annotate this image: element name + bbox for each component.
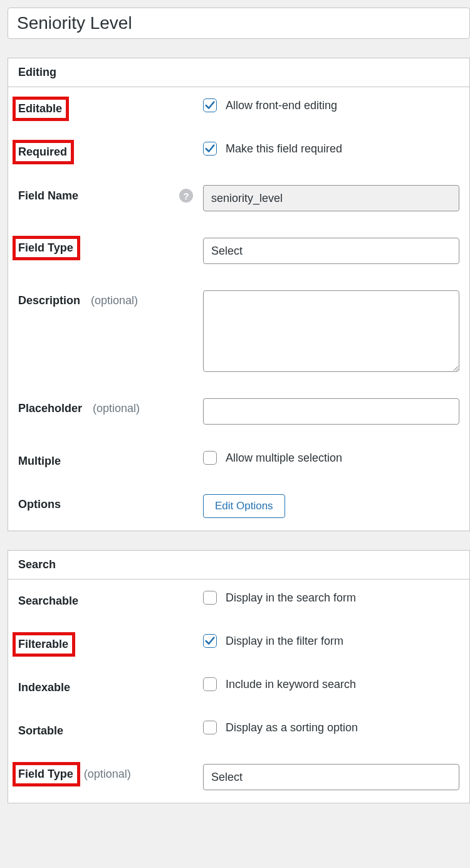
editable-label-text: Editable (13, 97, 69, 121)
field-type-label-col: Field Type (18, 238, 203, 255)
multiple-label: Multiple (18, 455, 61, 468)
indexable-label-col: Indexable (18, 677, 203, 694)
multiple-checkbox[interactable]: Allow multiple selection (203, 451, 342, 465)
field-name-input[interactable] (203, 185, 459, 211)
filterable-checkbox[interactable]: Display in the filter form (203, 634, 343, 648)
field-title-input[interactable] (8, 8, 470, 39)
help-icon[interactable]: ? (179, 189, 193, 203)
search-section: Search Searchable Display in the search … (8, 550, 470, 803)
description-label: Description (18, 294, 80, 307)
search-field-type-label-col: Field Type (optional) (18, 764, 203, 781)
searchable-checkbox[interactable]: Display in the search form (203, 591, 356, 605)
field-type-select[interactable] (203, 238, 459, 264)
sortable-checkbox-label: Display as a sorting option (226, 721, 358, 734)
required-checkbox[interactable]: Make this field required (203, 142, 342, 156)
editable-label: Editable (18, 98, 203, 115)
checkbox-icon (203, 142, 217, 156)
sortable-label-col: Sortable (18, 721, 203, 738)
search-field-type-select[interactable] (203, 764, 459, 790)
searchable-checkbox-label: Display in the search form (226, 591, 356, 605)
searchable-label-col: Searchable (18, 591, 203, 608)
editable-checkbox-label: Allow front-end editing (226, 99, 337, 112)
checkbox-icon (203, 634, 217, 648)
indexable-checkbox-label: Include in keyword search (226, 678, 356, 691)
editing-section: Editing Editable Allow front-end editing (8, 58, 470, 531)
searchable-label: Searchable (18, 595, 78, 608)
search-field-type-label: Field Type (13, 762, 80, 786)
multiple-checkbox-label: Allow multiple selection (226, 452, 342, 465)
editing-heading: Editing (8, 58, 469, 87)
placeholder-optional: (optional) (93, 402, 140, 415)
filterable-checkbox-label: Display in the filter form (226, 635, 343, 648)
filterable-label-col: Filterable (18, 634, 203, 651)
checkbox-icon (203, 677, 217, 691)
checkbox-icon (203, 98, 217, 112)
required-checkbox-label: Make this field required (226, 142, 342, 156)
placeholder-label-col: Placeholder (optional) (18, 398, 203, 415)
required-label-text: Required (13, 140, 74, 164)
field-type-label: Field Type (13, 236, 80, 260)
search-heading: Search (8, 551, 469, 580)
placeholder-input[interactable] (203, 398, 459, 425)
page-title-row (8, 8, 470, 39)
filterable-label: Filterable (13, 632, 75, 657)
indexable-label: Indexable (18, 681, 70, 694)
checkbox-icon (203, 721, 217, 734)
description-textarea[interactable] (203, 290, 459, 372)
multiple-label-col: Multiple (18, 451, 203, 468)
editable-checkbox[interactable]: Allow front-end editing (203, 98, 337, 112)
indexable-checkbox[interactable]: Include in keyword search (203, 677, 356, 691)
checkbox-icon (203, 591, 217, 605)
sortable-checkbox[interactable]: Display as a sorting option (203, 721, 358, 734)
description-optional: (optional) (91, 294, 138, 307)
description-label-col: Description (optional) (18, 290, 203, 307)
placeholder-label: Placeholder (18, 402, 82, 415)
options-label-col: Options (18, 494, 203, 511)
search-field-type-optional: (optional) (84, 768, 131, 781)
sortable-label: Sortable (18, 724, 63, 738)
field-name-label-col: Field Name ? (18, 185, 203, 203)
required-label: Required (18, 142, 203, 159)
checkbox-icon (203, 451, 217, 465)
edit-options-button[interactable]: Edit Options (203, 494, 285, 518)
field-name-label: Field Name (18, 189, 78, 203)
options-label: Options (18, 498, 61, 511)
